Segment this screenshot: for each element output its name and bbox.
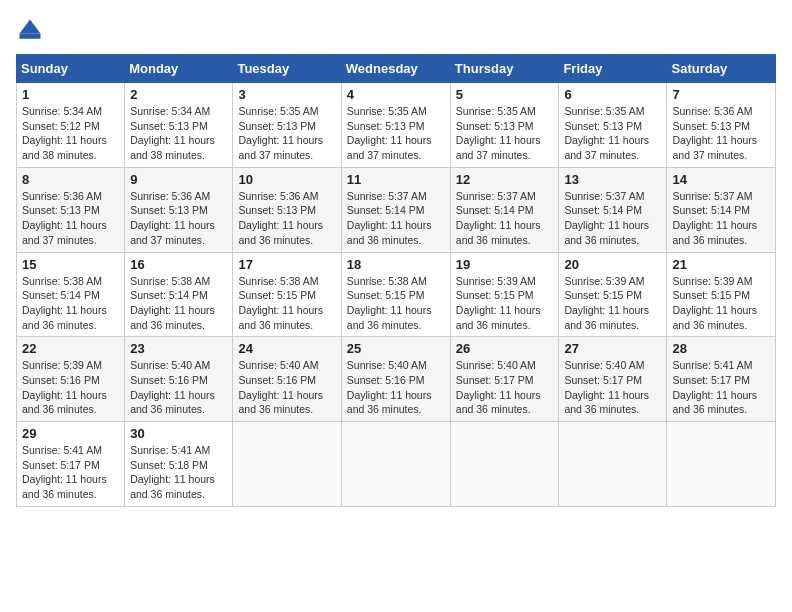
calendar-day-cell: 22Sunrise: 5:39 AM Sunset: 5:16 PM Dayli… — [17, 337, 125, 422]
calendar-day-cell — [341, 422, 450, 507]
day-of-week-header: Saturday — [667, 55, 776, 83]
day-info: Sunrise: 5:40 AM Sunset: 5:17 PM Dayligh… — [564, 358, 661, 417]
calendar-day-cell: 1Sunrise: 5:34 AM Sunset: 5:12 PM Daylig… — [17, 83, 125, 168]
calendar-day-cell: 11Sunrise: 5:37 AM Sunset: 5:14 PM Dayli… — [341, 167, 450, 252]
day-number: 28 — [672, 341, 770, 356]
calendar-day-cell: 3Sunrise: 5:35 AM Sunset: 5:13 PM Daylig… — [233, 83, 341, 168]
day-info: Sunrise: 5:38 AM Sunset: 5:14 PM Dayligh… — [22, 274, 119, 333]
calendar-day-cell: 26Sunrise: 5:40 AM Sunset: 5:17 PM Dayli… — [450, 337, 559, 422]
day-number: 21 — [672, 257, 770, 272]
day-info: Sunrise: 5:35 AM Sunset: 5:13 PM Dayligh… — [347, 104, 445, 163]
calendar-week-row: 22Sunrise: 5:39 AM Sunset: 5:16 PM Dayli… — [17, 337, 776, 422]
page-header — [16, 16, 776, 44]
day-info: Sunrise: 5:41 AM Sunset: 5:17 PM Dayligh… — [22, 443, 119, 502]
day-number: 8 — [22, 172, 119, 187]
day-info: Sunrise: 5:41 AM Sunset: 5:17 PM Dayligh… — [672, 358, 770, 417]
day-info: Sunrise: 5:35 AM Sunset: 5:13 PM Dayligh… — [238, 104, 335, 163]
calendar-day-cell: 10Sunrise: 5:36 AM Sunset: 5:13 PM Dayli… — [233, 167, 341, 252]
day-info: Sunrise: 5:36 AM Sunset: 5:13 PM Dayligh… — [130, 189, 227, 248]
calendar-day-cell: 14Sunrise: 5:37 AM Sunset: 5:14 PM Dayli… — [667, 167, 776, 252]
day-number: 11 — [347, 172, 445, 187]
day-number: 27 — [564, 341, 661, 356]
calendar-day-cell: 13Sunrise: 5:37 AM Sunset: 5:14 PM Dayli… — [559, 167, 667, 252]
day-info: Sunrise: 5:38 AM Sunset: 5:14 PM Dayligh… — [130, 274, 227, 333]
day-info: Sunrise: 5:36 AM Sunset: 5:13 PM Dayligh… — [238, 189, 335, 248]
day-number: 14 — [672, 172, 770, 187]
day-info: Sunrise: 5:39 AM Sunset: 5:15 PM Dayligh… — [672, 274, 770, 333]
calendar-day-cell — [559, 422, 667, 507]
calendar-table: SundayMondayTuesdayWednesdayThursdayFrid… — [16, 54, 776, 507]
logo-icon — [16, 16, 44, 44]
day-info: Sunrise: 5:38 AM Sunset: 5:15 PM Dayligh… — [347, 274, 445, 333]
day-info: Sunrise: 5:40 AM Sunset: 5:16 PM Dayligh… — [347, 358, 445, 417]
day-number: 15 — [22, 257, 119, 272]
day-number: 1 — [22, 87, 119, 102]
day-info: Sunrise: 5:36 AM Sunset: 5:13 PM Dayligh… — [22, 189, 119, 248]
day-info: Sunrise: 5:39 AM Sunset: 5:15 PM Dayligh… — [456, 274, 554, 333]
day-info: Sunrise: 5:37 AM Sunset: 5:14 PM Dayligh… — [347, 189, 445, 248]
calendar-day-cell: 18Sunrise: 5:38 AM Sunset: 5:15 PM Dayli… — [341, 252, 450, 337]
day-number: 23 — [130, 341, 227, 356]
calendar-day-cell: 2Sunrise: 5:34 AM Sunset: 5:13 PM Daylig… — [125, 83, 233, 168]
calendar-day-cell: 24Sunrise: 5:40 AM Sunset: 5:16 PM Dayli… — [233, 337, 341, 422]
svg-rect-1 — [20, 34, 41, 39]
day-info: Sunrise: 5:39 AM Sunset: 5:16 PM Dayligh… — [22, 358, 119, 417]
day-of-week-header: Tuesday — [233, 55, 341, 83]
calendar-day-cell: 28Sunrise: 5:41 AM Sunset: 5:17 PM Dayli… — [667, 337, 776, 422]
calendar-day-cell: 9Sunrise: 5:36 AM Sunset: 5:13 PM Daylig… — [125, 167, 233, 252]
day-number: 16 — [130, 257, 227, 272]
calendar-header-row: SundayMondayTuesdayWednesdayThursdayFrid… — [17, 55, 776, 83]
calendar-day-cell: 25Sunrise: 5:40 AM Sunset: 5:16 PM Dayli… — [341, 337, 450, 422]
day-of-week-header: Sunday — [17, 55, 125, 83]
day-info: Sunrise: 5:34 AM Sunset: 5:12 PM Dayligh… — [22, 104, 119, 163]
calendar-day-cell: 12Sunrise: 5:37 AM Sunset: 5:14 PM Dayli… — [450, 167, 559, 252]
calendar-day-cell: 19Sunrise: 5:39 AM Sunset: 5:15 PM Dayli… — [450, 252, 559, 337]
day-number: 20 — [564, 257, 661, 272]
calendar-day-cell: 7Sunrise: 5:36 AM Sunset: 5:13 PM Daylig… — [667, 83, 776, 168]
calendar-week-row: 29Sunrise: 5:41 AM Sunset: 5:17 PM Dayli… — [17, 422, 776, 507]
calendar-day-cell: 6Sunrise: 5:35 AM Sunset: 5:13 PM Daylig… — [559, 83, 667, 168]
calendar-day-cell — [667, 422, 776, 507]
day-of-week-header: Friday — [559, 55, 667, 83]
day-number: 7 — [672, 87, 770, 102]
day-number: 26 — [456, 341, 554, 356]
day-number: 17 — [238, 257, 335, 272]
day-info: Sunrise: 5:40 AM Sunset: 5:16 PM Dayligh… — [130, 358, 227, 417]
calendar-week-row: 8Sunrise: 5:36 AM Sunset: 5:13 PM Daylig… — [17, 167, 776, 252]
day-number: 10 — [238, 172, 335, 187]
calendar-day-cell: 4Sunrise: 5:35 AM Sunset: 5:13 PM Daylig… — [341, 83, 450, 168]
day-number: 2 — [130, 87, 227, 102]
calendar-day-cell: 23Sunrise: 5:40 AM Sunset: 5:16 PM Dayli… — [125, 337, 233, 422]
day-number: 13 — [564, 172, 661, 187]
day-of-week-header: Wednesday — [341, 55, 450, 83]
calendar-week-row: 1Sunrise: 5:34 AM Sunset: 5:12 PM Daylig… — [17, 83, 776, 168]
day-number: 6 — [564, 87, 661, 102]
calendar-day-cell: 5Sunrise: 5:35 AM Sunset: 5:13 PM Daylig… — [450, 83, 559, 168]
day-info: Sunrise: 5:35 AM Sunset: 5:13 PM Dayligh… — [456, 104, 554, 163]
day-info: Sunrise: 5:37 AM Sunset: 5:14 PM Dayligh… — [672, 189, 770, 248]
day-info: Sunrise: 5:36 AM Sunset: 5:13 PM Dayligh… — [672, 104, 770, 163]
day-number: 24 — [238, 341, 335, 356]
day-info: Sunrise: 5:37 AM Sunset: 5:14 PM Dayligh… — [564, 189, 661, 248]
calendar-day-cell: 17Sunrise: 5:38 AM Sunset: 5:15 PM Dayli… — [233, 252, 341, 337]
logo — [16, 16, 48, 44]
day-number: 9 — [130, 172, 227, 187]
calendar-day-cell: 20Sunrise: 5:39 AM Sunset: 5:15 PM Dayli… — [559, 252, 667, 337]
day-info: Sunrise: 5:38 AM Sunset: 5:15 PM Dayligh… — [238, 274, 335, 333]
day-of-week-header: Thursday — [450, 55, 559, 83]
day-number: 4 — [347, 87, 445, 102]
calendar-day-cell — [450, 422, 559, 507]
day-number: 30 — [130, 426, 227, 441]
day-info: Sunrise: 5:39 AM Sunset: 5:15 PM Dayligh… — [564, 274, 661, 333]
day-number: 19 — [456, 257, 554, 272]
calendar-day-cell — [233, 422, 341, 507]
day-info: Sunrise: 5:41 AM Sunset: 5:18 PM Dayligh… — [130, 443, 227, 502]
calendar-day-cell: 30Sunrise: 5:41 AM Sunset: 5:18 PM Dayli… — [125, 422, 233, 507]
svg-marker-0 — [20, 20, 41, 34]
day-number: 5 — [456, 87, 554, 102]
day-info: Sunrise: 5:35 AM Sunset: 5:13 PM Dayligh… — [564, 104, 661, 163]
day-number: 12 — [456, 172, 554, 187]
day-info: Sunrise: 5:34 AM Sunset: 5:13 PM Dayligh… — [130, 104, 227, 163]
calendar-day-cell: 27Sunrise: 5:40 AM Sunset: 5:17 PM Dayli… — [559, 337, 667, 422]
day-info: Sunrise: 5:40 AM Sunset: 5:16 PM Dayligh… — [238, 358, 335, 417]
